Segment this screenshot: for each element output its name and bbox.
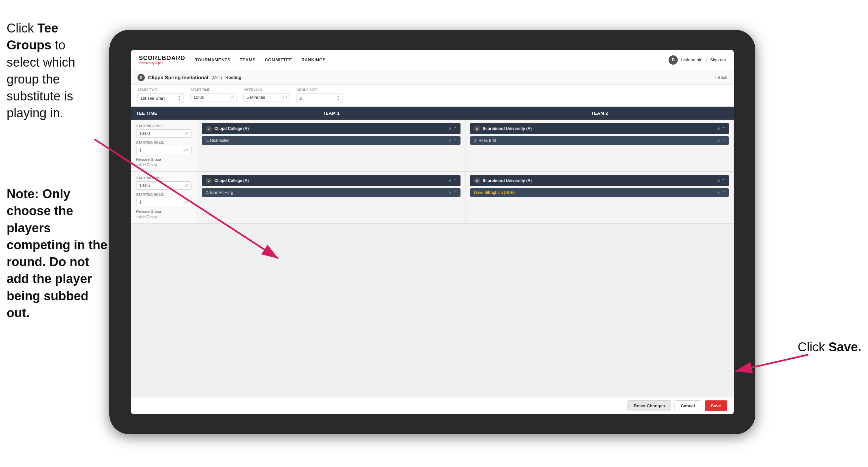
back-button[interactable]: ‹ Back bbox=[715, 75, 727, 80]
reset-changes-button[interactable]: Reset Changes bbox=[627, 400, 671, 411]
starting-hole-input-2[interactable]: 1 ▲▼ bbox=[136, 198, 191, 206]
team1-entry-2[interactable]: C Clippd College (A) ✕ ⌃ bbox=[202, 175, 461, 186]
add-group-2[interactable]: + Add Group bbox=[136, 215, 191, 219]
cancel-button[interactable]: Cancel bbox=[675, 400, 701, 411]
sign-out-link[interactable]: Sign out bbox=[710, 57, 726, 62]
starting-time-input-2[interactable]: 10:05 🕐 bbox=[136, 181, 191, 189]
save-button[interactable]: Save bbox=[705, 400, 727, 411]
instruction-note: Note: Only choose the players competing … bbox=[0, 185, 116, 321]
starting-hole-input-1[interactable]: 1 ▲▼ bbox=[136, 146, 191, 154]
groups-scroll[interactable]: STARTING TIME: 10:00 🕐 STARTING HOLE: 1 … bbox=[131, 120, 734, 414]
player-entry-2-1[interactable]: 2. Blair McHarg ✕ ⌃ bbox=[202, 188, 461, 197]
start-type-group: Start Type 1st Tee Start ▲▼ bbox=[137, 88, 184, 103]
player-entry-1-1[interactable]: 1. Rich Butler ✕ ⌃ bbox=[202, 136, 461, 145]
start-type-input[interactable]: 1st Tee Start ▲▼ bbox=[137, 93, 184, 103]
start-time-group: Start Time 10:00 🕐 bbox=[190, 88, 237, 103]
sub-nav-left: B Clippd Spring Invitational (Men) Hosti… bbox=[137, 74, 715, 81]
nav-teams[interactable]: TEAMS bbox=[240, 57, 255, 62]
remove-group-1[interactable]: Remove Group bbox=[136, 157, 191, 162]
team1-cell-2: C Clippd College (A) ✕ ⌃ 2. Blair McHarg… bbox=[197, 172, 465, 224]
settings-row: Start Type 1st Tee Start ▲▼ Start Time 1… bbox=[131, 85, 734, 107]
nav-committee[interactable]: COMMITTEE bbox=[265, 57, 292, 62]
team2-cell-1: S Scoreboard University (A) ✕ ⌃ 1. Rees … bbox=[465, 120, 734, 171]
group-left-2: STARTING TIME: 10:05 🕐 STARTING HOLE: 1 … bbox=[131, 172, 197, 224]
starting-hole-label-1: STARTING HOLE: bbox=[136, 141, 191, 145]
nav-rankings[interactable]: RANKINGS bbox=[302, 57, 326, 62]
group-row: STARTING TIME: 10:00 🕐 STARTING HOLE: 1 … bbox=[131, 120, 734, 172]
sub-nav: B Clippd Spring Invitational (Men) Hosti… bbox=[131, 70, 734, 85]
logo-block: SCOREBOARD Powered by clippd bbox=[139, 55, 185, 65]
col-team2: Team 2 bbox=[465, 107, 734, 120]
tournament-badge: B bbox=[137, 74, 145, 81]
starting-hole-label-2: STARTING HOLE: bbox=[136, 193, 191, 197]
logo-subtitle: Powered by clippd bbox=[139, 62, 185, 65]
intervals-group: Intervals 5 Minutes 🕐 bbox=[244, 88, 290, 103]
player-entry-1-2[interactable]: 1. Rees Britt ✕ ⌃ bbox=[470, 136, 729, 145]
remove-group-2[interactable]: Remove Group bbox=[136, 209, 191, 213]
team1-cell-1: C Clippd College (A) ✕ ⌃ 1. Rich Butler … bbox=[197, 120, 465, 171]
nav-user: blair admin bbox=[681, 57, 702, 62]
team2-cell-2: S Scoreboard University (A) ✕ ⌃ Dave Bil… bbox=[465, 172, 734, 224]
add-group-1[interactable]: + Add Group bbox=[136, 163, 191, 167]
tournament-gender: (Men) bbox=[212, 75, 222, 80]
starting-time-label-1: STARTING TIME: bbox=[136, 124, 191, 128]
starting-time-label-2: STARTING TIME: bbox=[136, 176, 191, 180]
tournament-title: Clippd Spring Invitational bbox=[148, 75, 208, 80]
nav-links: TOURNAMENTS TEAMS COMMITTEE RANKINGS bbox=[195, 57, 669, 62]
start-type-label: Start Type bbox=[137, 88, 184, 92]
group-actions-1: Remove Group + Add Group bbox=[136, 157, 191, 167]
group-size-input[interactable]: 2 ▲▼ bbox=[297, 93, 343, 103]
click-save-label: Click Save. bbox=[798, 340, 861, 354]
group-size-label: Group Size bbox=[297, 88, 343, 92]
group-row-2: STARTING TIME: 10:05 🕐 STARTING HOLE: 1 … bbox=[131, 172, 734, 224]
start-time-input[interactable]: 10:00 🕐 bbox=[190, 93, 237, 101]
col-tee-time: Tee Time bbox=[131, 107, 197, 120]
hosting-label: Hosting bbox=[225, 75, 241, 80]
group-actions-2: Remove Group + Add Group bbox=[136, 209, 191, 219]
nav-tournaments[interactable]: TOURNAMENTS bbox=[195, 57, 230, 62]
intervals-input[interactable]: 5 Minutes 🕐 bbox=[244, 93, 290, 101]
intervals-label: Intervals bbox=[244, 88, 290, 92]
nav-right: B blair admin | Sign out bbox=[669, 55, 726, 65]
group-left-1: STARTING TIME: 10:00 🕐 STARTING HOLE: 1 … bbox=[131, 120, 197, 171]
navbar: SCOREBOARD Powered by clippd TOURNAMENTS… bbox=[131, 50, 734, 70]
team2-entry-1[interactable]: S Scoreboard University (A) ✕ ⌃ bbox=[470, 123, 729, 134]
team1-entry-1[interactable]: C Clippd College (A) ✕ ⌃ bbox=[202, 123, 461, 134]
group-size-group: Group Size 2 ▲▼ bbox=[297, 88, 343, 103]
col-team1: Team 1 bbox=[197, 107, 465, 120]
tablet-device: SCOREBOARD Powered by clippd TOURNAMENTS… bbox=[109, 30, 755, 434]
starting-time-input-1[interactable]: 10:00 🕐 bbox=[136, 129, 191, 138]
logo-title: SCOREBOARD bbox=[139, 55, 185, 61]
player-entry-2-2-sub[interactable]: Dave Billingham (SUB) ✕ ⌃ bbox=[470, 188, 729, 197]
bottom-action-bar: Reset Changes Cancel Save bbox=[131, 397, 734, 414]
start-time-label: Start Time bbox=[190, 88, 237, 92]
avatar: B bbox=[669, 55, 678, 65]
tablet-screen: SCOREBOARD Powered by clippd TOURNAMENTS… bbox=[131, 50, 734, 414]
nav-separator: | bbox=[706, 57, 707, 62]
table-header: Tee Time Team 1 Team 2 bbox=[131, 107, 734, 120]
instruction-top: Click Tee Groups to select which group t… bbox=[0, 20, 103, 122]
content-area: Start Type 1st Tee Start ▲▼ Start Time 1… bbox=[131, 85, 734, 414]
team2-entry-2[interactable]: S Scoreboard University (A) ✕ ⌃ bbox=[470, 175, 729, 186]
